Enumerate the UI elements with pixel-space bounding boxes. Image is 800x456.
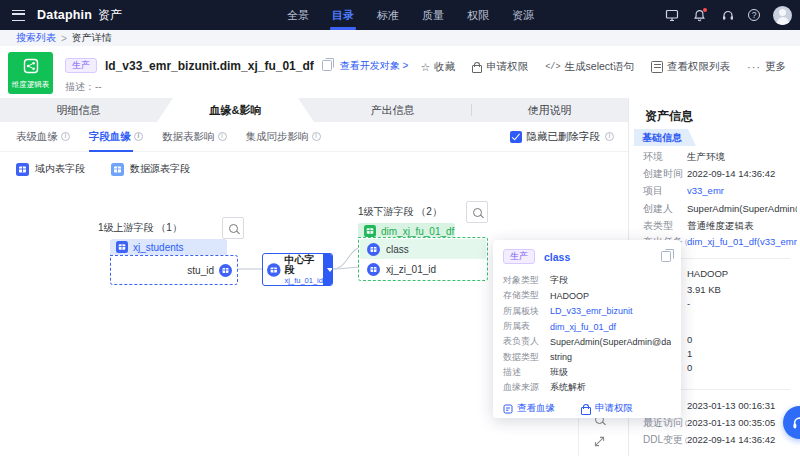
field-detail-popup: 生产 class 对象类型字段 存储类型HADOOP 所属板块LD_v33_em… xyxy=(493,240,681,418)
nav-item-permission[interactable]: 权限 xyxy=(467,0,489,30)
brand: Dataphin 资产 xyxy=(37,7,122,24)
magnifier-icon xyxy=(473,208,482,217)
info-icon xyxy=(605,132,614,141)
asset-title-row: 生产 ld_v33_emr_bizunit.dim_xj_fu_01_df 查看… xyxy=(65,58,408,73)
table-link[interactable]: dim_xj_fu_01_df xyxy=(550,322,671,332)
datasource-field-icon xyxy=(111,163,124,176)
breadcrumb-separator: > xyxy=(61,33,67,44)
env-badge: 生产 xyxy=(503,249,535,264)
project-link[interactable]: v33_emr xyxy=(687,185,797,197)
downstream-field-class[interactable]: class xyxy=(360,239,486,259)
asset-type-badge: 维度逻辑表 xyxy=(8,52,53,94)
lineage-legend: 域内表字段 数据源表字段 xyxy=(16,162,190,176)
generate-select-label: 生成select语句 xyxy=(565,60,634,74)
nav-item-quality[interactable]: 质量 xyxy=(422,0,444,30)
asset-info-title: 资产信息 xyxy=(645,108,693,125)
downstream-search-button[interactable] xyxy=(466,201,488,223)
downstream-field-name: xj_zi_01_id xyxy=(386,264,436,275)
legend-domain-table-field: 域内表字段 xyxy=(16,162,85,176)
nav-item-catalog[interactable]: 目录 xyxy=(332,0,354,30)
basic-info-tab[interactable]: 基础信息 xyxy=(634,129,696,146)
info-row-created-time: 创建时间 2022-09-14 14:36:42 xyxy=(643,168,797,180)
canvas-fullscreen-button[interactable] xyxy=(591,433,607,449)
lock-icon xyxy=(472,65,482,73)
business-unit-link[interactable]: LD_v33_emr_bizunit xyxy=(550,306,671,316)
field-icon xyxy=(267,263,281,277)
popup-row-business-unit: 所属板块LD_v33_emr_bizunit xyxy=(503,304,671,319)
breadcrumb-back-link[interactable]: 搜索列表 xyxy=(16,31,56,45)
center-field-node[interactable]: 中心字段 xj_fu_01_id xyxy=(262,253,333,286)
notification-dot xyxy=(703,8,708,13)
view-lineage-button[interactable]: 查看血缘 xyxy=(503,402,555,415)
info-icon xyxy=(312,132,321,141)
info-icon xyxy=(685,436,687,445)
view-dev-object-link[interactable]: 查看开发对象 > xyxy=(340,59,409,73)
lock-icon xyxy=(581,407,591,415)
magnifier-icon xyxy=(229,224,238,233)
logical-table-icon xyxy=(23,58,39,74)
subtab-field-lineage[interactable]: 字段血缘 xyxy=(89,122,143,152)
popup-row-storage-type: 存储类型HADOOP xyxy=(503,288,671,303)
nav-item-standard[interactable]: 标准 xyxy=(377,0,399,30)
tab-usage-notes[interactable]: 使用说明 xyxy=(471,98,628,122)
popup-header: 生产 class xyxy=(503,249,671,264)
upstream-group-label: 1级上游字段 （1） xyxy=(98,221,182,235)
hide-deleted-fields-label: 隐藏已删除字段 xyxy=(527,130,601,144)
asset-header: 维度逻辑表 生产 ld_v33_emr_bizunit.dim_xj_fu_01… xyxy=(0,46,800,98)
nav-item-resource[interactable]: 资源 xyxy=(512,0,534,30)
copy-icon[interactable] xyxy=(661,251,671,262)
info-row-ddl-change: DDL变更 2022-09-14 14:36:42 xyxy=(643,434,797,446)
apply-permission-label: 申请权限 xyxy=(486,60,528,74)
tab-lineage-impact[interactable]: 血缘&影响 xyxy=(157,98,314,122)
brand-module: 资产 xyxy=(98,7,122,24)
output-task-link[interactable]: dim_xj_fu_01_df(v33_emr) xyxy=(687,236,797,248)
popup-field-name[interactable]: class xyxy=(544,251,570,263)
notifications-bell-icon[interactable] xyxy=(692,8,707,23)
domain-field-icon xyxy=(16,163,29,176)
info-icon xyxy=(61,132,70,141)
chevron-down-icon[interactable] xyxy=(323,254,333,285)
user-avatar[interactable] xyxy=(773,6,792,25)
favorite-label: 收藏 xyxy=(434,60,455,74)
checkbox-checked-icon[interactable] xyxy=(510,131,522,143)
support-headset-icon[interactable] xyxy=(720,8,735,23)
subtab-table-lineage[interactable]: 表级血缘 xyxy=(16,122,70,152)
workbench-icon[interactable] xyxy=(664,8,679,23)
star-icon: ☆ xyxy=(420,62,430,72)
more-button[interactable]: ··· 更多 xyxy=(747,60,786,74)
view-permission-list-button[interactable]: 查看权限列表 xyxy=(651,60,730,74)
downstream-field-xj-zi[interactable]: xj_zi_01_id xyxy=(360,259,486,279)
upstream-field-row[interactable]: stu_id xyxy=(110,255,238,285)
tab-detail-info[interactable]: 明细信息 xyxy=(0,98,157,122)
subtab-sync-impact[interactable]: 集成同步影响 xyxy=(246,122,321,152)
apply-permission-button[interactable]: 申请权限 xyxy=(472,60,528,74)
upstream-table-header[interactable]: xj_students xyxy=(110,239,227,255)
header-actions: ☆ 收藏 申请权限 </> 生成select语句 查看权限列表 ··· 更多 xyxy=(420,60,786,74)
favorite-button[interactable]: ☆ 收藏 xyxy=(420,60,455,74)
topbar-icons: ? xyxy=(664,0,792,30)
popup-apply-permission-label: 申请权限 xyxy=(595,402,633,415)
popup-row-table-owner: 表负责人SuperAdmin(SuperAdmin@dataphin) xyxy=(503,334,671,349)
hide-deleted-fields-toggle[interactable]: 隐藏已删除字段 xyxy=(510,130,615,144)
center-node-field: xj_fu_01_id xyxy=(285,277,324,285)
generate-select-button[interactable]: </> 生成select语句 xyxy=(545,60,634,74)
subtab-table-impact[interactable]: 数据表影响 xyxy=(162,122,227,152)
field-icon xyxy=(367,243,380,256)
nav-item-overview[interactable]: 全景 xyxy=(287,0,309,30)
info-icon xyxy=(685,238,687,247)
legend-datasource-table-field: 数据源表字段 xyxy=(111,162,190,176)
copy-icon[interactable] xyxy=(322,60,332,71)
upstream-search-button[interactable] xyxy=(222,217,244,239)
asset-title: ld_v33_emr_bizunit.dim_xj_fu_01_df xyxy=(105,59,314,73)
tab-output-info[interactable]: 产出信息 xyxy=(314,98,471,122)
breadcrumb-current: 资产详情 xyxy=(72,31,112,45)
view-permission-list-label: 查看权限列表 xyxy=(667,60,730,74)
popup-row-table: 所属表dim_xj_fu_01_df xyxy=(503,319,671,334)
help-icon[interactable]: ? xyxy=(748,9,760,21)
upstream-table-name: xj_students xyxy=(133,242,184,253)
popup-apply-permission-button[interactable]: 申请权限 xyxy=(581,402,633,415)
info-row-env: 环境 生产环境 xyxy=(643,151,797,163)
hamburger-menu-icon[interactable] xyxy=(12,10,25,21)
view-lineage-label: 查看血缘 xyxy=(517,402,555,415)
dataphin-asset-page: Dataphin 资产 全景 目录 标准 质量 权限 资源 ? xyxy=(0,0,800,456)
